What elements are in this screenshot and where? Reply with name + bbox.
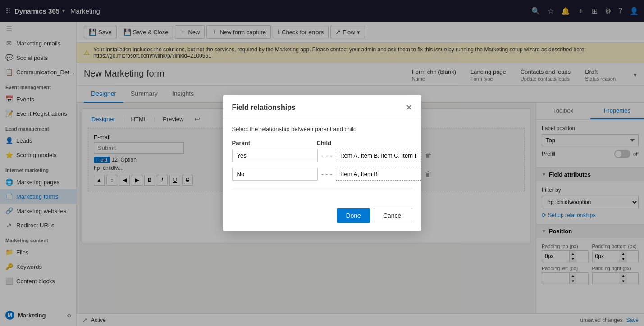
modal-close-button[interactable]: ✕ xyxy=(406,103,412,113)
modal-divider xyxy=(232,188,412,188)
modal-footer: Done Cancel xyxy=(223,203,421,231)
delete-row-1-button[interactable]: 🗑 xyxy=(425,152,432,160)
child-input-1[interactable] xyxy=(336,149,421,162)
connector-icon-2: - - - xyxy=(321,170,333,178)
modal-body: Select the relationship between parent a… xyxy=(223,118,421,203)
connector-icon-1: - - - xyxy=(321,152,333,160)
modal-subtitle: Select the relationship between parent a… xyxy=(232,126,412,132)
parent-input-1[interactable] xyxy=(232,149,318,162)
done-button[interactable]: Done xyxy=(337,208,370,223)
modal-header: Field relationships ✕ xyxy=(223,95,421,118)
rel-col-headers: Parent Child xyxy=(232,140,412,146)
child-input-2[interactable] xyxy=(336,168,421,181)
parent-input-2[interactable] xyxy=(232,168,318,181)
cancel-button[interactable]: Cancel xyxy=(374,208,412,223)
delete-row-2-button[interactable]: 🗑 xyxy=(425,170,432,178)
relationship-row-1: - - - 🗑 xyxy=(232,149,412,162)
field-relationships-modal: Field relationships ✕ Select the relatio… xyxy=(223,95,421,231)
parent-col-header: Parent xyxy=(232,140,299,146)
modal-overlay: Field relationships ✕ Select the relatio… xyxy=(0,0,644,326)
child-col-header: Child xyxy=(317,140,384,146)
modal-title: Field relationships xyxy=(232,104,296,112)
relationship-row-2: - - - 🗑 xyxy=(232,168,412,181)
